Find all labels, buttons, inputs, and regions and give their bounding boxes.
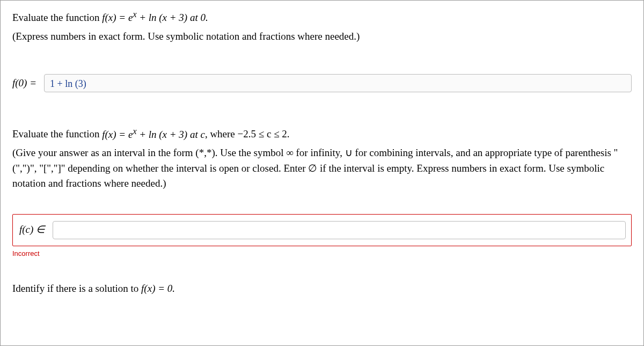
q1-prompt: Evaluate the function f(x) = ex + ln (x …	[12, 8, 632, 26]
q1-func-main: f(x) = e	[102, 12, 133, 23]
q1-answer-row: f(0) = 1 + ln (3)	[12, 74, 632, 92]
q3-func: f(x) = 0.	[141, 283, 175, 294]
q2-answer-input[interactable]	[53, 221, 626, 239]
q2-answer-row: f(c) ∈	[12, 214, 632, 246]
q3-prompt-pre: Identify if there is a solution to	[12, 283, 141, 294]
q1-answer-input[interactable]: 1 + ln (3)	[44, 74, 632, 92]
q2-func-main: f(x) = e	[102, 129, 133, 140]
q3-prompt: Identify if there is a solution to f(x) …	[12, 281, 632, 297]
q1-hint: (Express numbers in exact form. Use symb…	[12, 29, 632, 45]
q2-label: f(c) ∈	[19, 222, 45, 238]
problem-container: { "q1": { "prompt_pre": "Evaluate the fu…	[0, 0, 644, 346]
q2-hint: (Give your answer as an interval in the …	[12, 145, 632, 192]
q1-func: f(x) = ex + ln (x + 3) at 0.	[102, 12, 208, 23]
question-2: Evaluate the function f(x) = ex + ln (x …	[12, 124, 632, 259]
q2-func: f(x) = ex + ln (x + 3) at c	[102, 129, 205, 140]
q1-label: f(0) =	[12, 76, 36, 91]
q2-func-mid: + ln (x + 3) at	[136, 129, 200, 140]
question-1: Evaluate the function f(x) = ex + ln (x …	[12, 8, 632, 92]
q2-prompt: Evaluate the function f(x) = ex + ln (x …	[12, 124, 632, 142]
q2-error: Incorrect	[12, 248, 632, 259]
q1-prompt-pre: Evaluate the function	[12, 12, 102, 23]
q1-func-post: + ln (x + 3) at 0.	[136, 12, 208, 23]
q2-prompt-pre: Evaluate the function	[12, 129, 102, 140]
q2-cvar: c	[200, 129, 204, 140]
question-3: Identify if there is a solution to f(x) …	[12, 281, 632, 297]
q2-cond: , where −2.5 ≤ c ≤ 2.	[205, 129, 290, 140]
